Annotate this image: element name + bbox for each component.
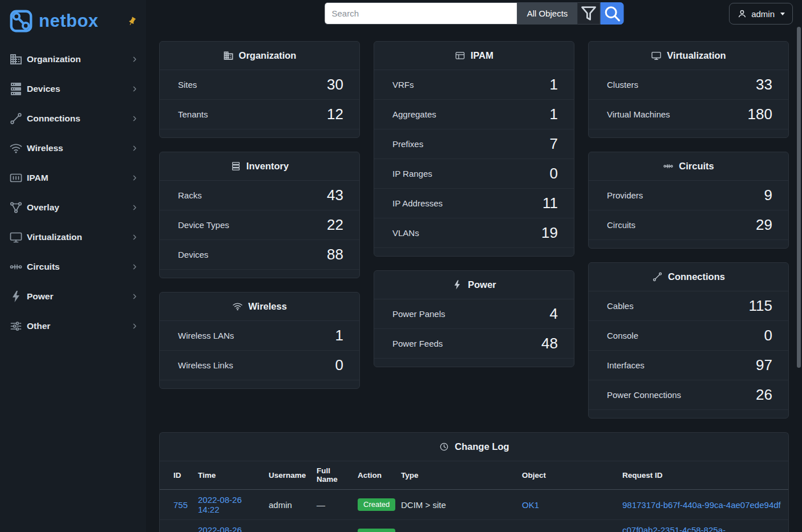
brand-home-link[interactable]: netbox <box>0 0 146 39</box>
transit-connection-icon <box>663 161 674 172</box>
object-type-dropdown[interactable]: All Objects <box>517 2 578 25</box>
card-title: Organization <box>239 50 297 61</box>
col-header-action: Action <box>352 461 395 490</box>
card-title: Circuits <box>679 161 714 172</box>
change-object-link[interactable]: OK1 <box>522 500 539 510</box>
chevron-right-icon <box>130 84 139 94</box>
history-icon <box>439 441 449 452</box>
lightning-bolt-icon <box>452 279 463 290</box>
stat-row-racks[interactable]: Racks 43 <box>160 181 359 210</box>
change-full-name: — <box>311 490 352 520</box>
stat-row-interfaces[interactable]: Interfaces 97 <box>589 351 788 380</box>
card-header: Circuits <box>589 152 788 181</box>
changelog-header-row: ID Time Username Full Name Action Type O… <box>160 461 788 490</box>
scrollbar-thumb[interactable] <box>797 27 801 368</box>
card-title: IPAM <box>471 50 493 61</box>
change-type: DCIM > site <box>395 490 516 520</box>
pin-sidebar-icon[interactable] <box>127 17 137 26</box>
building-icon <box>9 52 23 66</box>
sidebar-item-label: Devices <box>27 84 130 94</box>
card-virtualization: Virtualization Clusters 33 Virtual Machi… <box>588 41 789 138</box>
col-header-type: Type <box>395 461 516 490</box>
card-organization: Organization Sites 30 Tenants 12 <box>159 41 360 138</box>
wifi-icon <box>232 301 243 312</box>
change-username: admin <box>263 520 311 532</box>
col-header-full-name: Full Name <box>311 461 352 490</box>
sidebar-item-circuits[interactable]: Circuits <box>0 252 146 282</box>
card-inventory: Inventory Racks 43 Device Types 22 Devic… <box>159 152 360 278</box>
person-icon <box>737 9 747 19</box>
sidebar-item-connections[interactable]: Connections <box>0 104 146 133</box>
user-menu-button[interactable]: admin <box>729 3 793 25</box>
change-time-link[interactable]: 2022-08-26 14:22 <box>198 495 242 514</box>
card-title: Change Log <box>455 441 509 452</box>
request-id-link[interactable]: 9817317d-b67f-440a-99ca-4ae07ede94df <box>622 500 781 510</box>
card-title: Virtualization <box>667 50 726 61</box>
sidebar-item-other[interactable]: Other <box>0 311 146 341</box>
sidebar-item-organization[interactable]: Organization <box>0 44 146 74</box>
stat-row-power-panels[interactable]: Power Panels 4 <box>374 299 574 329</box>
stat-row-vrfs[interactable]: VRFs 1 <box>374 70 574 100</box>
card-power: Power Power Panels 4 Power Feeds 48 <box>374 270 574 367</box>
action-badge: Created <box>358 529 395 532</box>
stat-row-power-feeds[interactable]: Power Feeds 48 <box>374 329 574 359</box>
change-id-link[interactable]: 755 <box>173 500 188 510</box>
sidebar-item-ipam[interactable]: IPAM <box>0 163 146 193</box>
sidebar: netbox Organization Devices Connections <box>0 0 146 532</box>
col-header-time: Time <box>192 461 263 490</box>
stat-row-sites[interactable]: Sites 30 <box>160 70 359 100</box>
stat-row-vlans[interactable]: VLANs 19 <box>374 218 574 248</box>
change-time-link[interactable]: 2022-08-26 14:17 <box>198 525 242 532</box>
stack-icon <box>230 161 241 172</box>
stat-row-prefixes[interactable]: Prefixes 7 <box>374 129 574 159</box>
col-header-id: ID <box>160 461 192 490</box>
card-header: Connections <box>589 263 788 291</box>
change-full-name: — <box>311 520 352 532</box>
stat-row-circuits[interactable]: Circuits 29 <box>589 210 788 240</box>
stat-row-wireless-lans[interactable]: Wireless LANs 1 <box>160 321 359 351</box>
server-rack-icon <box>9 82 23 96</box>
stat-row-ip-addresses[interactable]: IP Addresses 11 <box>374 189 574 218</box>
card-connections: Connections Cables 115 Console 0 Interfa… <box>588 262 789 419</box>
sidebar-item-devices[interactable]: Devices <box>0 74 146 104</box>
monitor-icon <box>9 230 23 244</box>
stat-row-cables[interactable]: Cables 115 <box>589 291 788 321</box>
sidebar-menu: Organization Devices Connections Wireles… <box>0 44 146 341</box>
sidebar-item-label: Power <box>27 291 130 302</box>
stat-row-aggregates[interactable]: Aggregates 1 <box>374 100 574 129</box>
building-icon <box>223 50 234 61</box>
stat-row-power-connections[interactable]: Power Connections 26 <box>589 380 788 410</box>
sidebar-item-overlay[interactable]: Overlay <box>0 193 146 222</box>
card-header: Change Log <box>160 433 788 461</box>
stat-row-virtual-machines[interactable]: Virtual Machines 180 <box>589 100 788 129</box>
stat-row-ip-ranges[interactable]: IP Ranges 0 <box>374 159 574 189</box>
chevron-right-icon <box>130 322 139 331</box>
change-object-link[interactable]: Server Chassis <box>522 530 580 532</box>
stat-row-console[interactable]: Console 0 <box>589 321 788 351</box>
stat-row-devices[interactable]: Devices 88 <box>160 240 359 270</box>
change-id-link[interactable]: 754 <box>173 530 188 532</box>
dashboard: Organization Sites 30 Tenants 12 <box>146 27 802 532</box>
sidebar-item-wireless[interactable]: Wireless <box>0 133 146 163</box>
card-change-log: Change Log ID Time Username Full Name Ac <box>159 432 789 532</box>
sidebar-item-virtualization[interactable]: Virtualization <box>0 222 146 252</box>
sidebar-item-power[interactable]: Power <box>0 282 146 311</box>
request-id-link[interactable]: c07f0ab2-2351-4c58-825a-8b6a2425a1ab <box>622 525 726 532</box>
chevron-right-icon <box>130 55 139 64</box>
wifi-icon <box>9 141 23 155</box>
changelog-row: 755 2022-08-26 14:22 admin — Created DCI… <box>160 490 788 520</box>
search-input[interactable] <box>325 2 517 25</box>
stat-row-tenants[interactable]: Tenants 12 <box>160 100 359 129</box>
stat-row-clusters[interactable]: Clusters 33 <box>589 70 788 100</box>
sidebar-item-label: Other <box>27 321 130 331</box>
netbox-logo-icon <box>8 8 34 34</box>
stat-row-device-types[interactable]: Device Types 22 <box>160 210 359 240</box>
card-title: Power <box>468 279 496 290</box>
search-button[interactable] <box>601 2 624 25</box>
card-header: Virtualization <box>589 42 788 70</box>
filter-button[interactable] <box>578 2 601 25</box>
stat-row-wireless-links[interactable]: Wireless Links 0 <box>160 351 359 380</box>
stat-row-providers[interactable]: Providers 9 <box>589 181 788 210</box>
card-wireless: Wireless Wireless LANs 1 Wireless Links … <box>159 292 360 389</box>
chevron-right-icon <box>130 262 139 271</box>
